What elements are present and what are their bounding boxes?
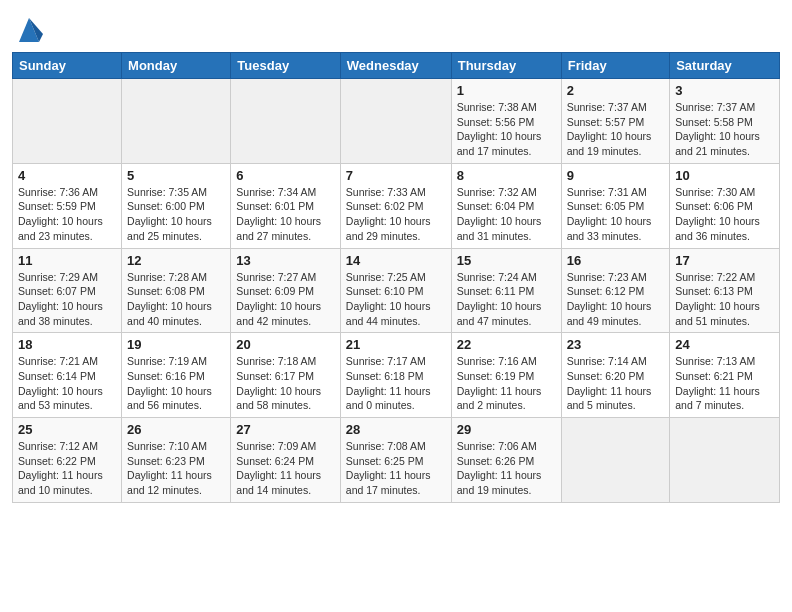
calendar-cell: 4Sunrise: 7:36 AM Sunset: 5:59 PM Daylig… <box>13 163 122 248</box>
calendar-cell: 6Sunrise: 7:34 AM Sunset: 6:01 PM Daylig… <box>231 163 340 248</box>
day-info: Sunrise: 7:35 AM Sunset: 6:00 PM Dayligh… <box>127 185 225 244</box>
calendar-table: SundayMondayTuesdayWednesdayThursdayFrid… <box>12 52 780 503</box>
day-info: Sunrise: 7:17 AM Sunset: 6:18 PM Dayligh… <box>346 354 446 413</box>
calendar-day-header: Friday <box>561 53 670 79</box>
calendar-cell <box>231 79 340 164</box>
calendar-cell: 21Sunrise: 7:17 AM Sunset: 6:18 PM Dayli… <box>340 333 451 418</box>
day-info: Sunrise: 7:31 AM Sunset: 6:05 PM Dayligh… <box>567 185 665 244</box>
day-number: 10 <box>675 168 774 183</box>
day-number: 14 <box>346 253 446 268</box>
day-number: 16 <box>567 253 665 268</box>
calendar-week-row: 4Sunrise: 7:36 AM Sunset: 5:59 PM Daylig… <box>13 163 780 248</box>
calendar-cell: 10Sunrise: 7:30 AM Sunset: 6:06 PM Dayli… <box>670 163 780 248</box>
calendar-cell: 19Sunrise: 7:19 AM Sunset: 6:16 PM Dayli… <box>122 333 231 418</box>
day-info: Sunrise: 7:19 AM Sunset: 6:16 PM Dayligh… <box>127 354 225 413</box>
calendar-cell: 13Sunrise: 7:27 AM Sunset: 6:09 PM Dayli… <box>231 248 340 333</box>
day-number: 17 <box>675 253 774 268</box>
calendar-cell: 29Sunrise: 7:06 AM Sunset: 6:26 PM Dayli… <box>451 418 561 503</box>
calendar-cell: 25Sunrise: 7:12 AM Sunset: 6:22 PM Dayli… <box>13 418 122 503</box>
calendar-cell: 20Sunrise: 7:18 AM Sunset: 6:17 PM Dayli… <box>231 333 340 418</box>
calendar-cell: 28Sunrise: 7:08 AM Sunset: 6:25 PM Dayli… <box>340 418 451 503</box>
calendar-cell: 15Sunrise: 7:24 AM Sunset: 6:11 PM Dayli… <box>451 248 561 333</box>
day-info: Sunrise: 7:10 AM Sunset: 6:23 PM Dayligh… <box>127 439 225 498</box>
day-number: 28 <box>346 422 446 437</box>
day-number: 26 <box>127 422 225 437</box>
calendar-cell: 23Sunrise: 7:14 AM Sunset: 6:20 PM Dayli… <box>561 333 670 418</box>
calendar-week-row: 25Sunrise: 7:12 AM Sunset: 6:22 PM Dayli… <box>13 418 780 503</box>
calendar-cell <box>122 79 231 164</box>
calendar-cell: 22Sunrise: 7:16 AM Sunset: 6:19 PM Dayli… <box>451 333 561 418</box>
day-info: Sunrise: 7:28 AM Sunset: 6:08 PM Dayligh… <box>127 270 225 329</box>
calendar-cell: 14Sunrise: 7:25 AM Sunset: 6:10 PM Dayli… <box>340 248 451 333</box>
day-info: Sunrise: 7:24 AM Sunset: 6:11 PM Dayligh… <box>457 270 556 329</box>
calendar-cell: 9Sunrise: 7:31 AM Sunset: 6:05 PM Daylig… <box>561 163 670 248</box>
day-info: Sunrise: 7:38 AM Sunset: 5:56 PM Dayligh… <box>457 100 556 159</box>
calendar-week-row: 1Sunrise: 7:38 AM Sunset: 5:56 PM Daylig… <box>13 79 780 164</box>
day-number: 29 <box>457 422 556 437</box>
day-number: 15 <box>457 253 556 268</box>
day-number: 27 <box>236 422 334 437</box>
day-info: Sunrise: 7:30 AM Sunset: 6:06 PM Dayligh… <box>675 185 774 244</box>
day-info: Sunrise: 7:32 AM Sunset: 6:04 PM Dayligh… <box>457 185 556 244</box>
calendar-cell: 3Sunrise: 7:37 AM Sunset: 5:58 PM Daylig… <box>670 79 780 164</box>
day-info: Sunrise: 7:37 AM Sunset: 5:58 PM Dayligh… <box>675 100 774 159</box>
day-number: 12 <box>127 253 225 268</box>
calendar-day-header: Wednesday <box>340 53 451 79</box>
calendar-cell <box>340 79 451 164</box>
day-info: Sunrise: 7:27 AM Sunset: 6:09 PM Dayligh… <box>236 270 334 329</box>
day-number: 11 <box>18 253 116 268</box>
day-number: 3 <box>675 83 774 98</box>
day-number: 19 <box>127 337 225 352</box>
day-info: Sunrise: 7:13 AM Sunset: 6:21 PM Dayligh… <box>675 354 774 413</box>
calendar-cell: 18Sunrise: 7:21 AM Sunset: 6:14 PM Dayli… <box>13 333 122 418</box>
day-info: Sunrise: 7:09 AM Sunset: 6:24 PM Dayligh… <box>236 439 334 498</box>
day-info: Sunrise: 7:33 AM Sunset: 6:02 PM Dayligh… <box>346 185 446 244</box>
day-number: 22 <box>457 337 556 352</box>
day-info: Sunrise: 7:34 AM Sunset: 6:01 PM Dayligh… <box>236 185 334 244</box>
calendar-cell <box>13 79 122 164</box>
calendar-cell: 27Sunrise: 7:09 AM Sunset: 6:24 PM Dayli… <box>231 418 340 503</box>
calendar-day-header: Thursday <box>451 53 561 79</box>
day-number: 1 <box>457 83 556 98</box>
day-info: Sunrise: 7:08 AM Sunset: 6:25 PM Dayligh… <box>346 439 446 498</box>
calendar-cell: 16Sunrise: 7:23 AM Sunset: 6:12 PM Dayli… <box>561 248 670 333</box>
logo-icon <box>15 14 43 46</box>
calendar-cell: 11Sunrise: 7:29 AM Sunset: 6:07 PM Dayli… <box>13 248 122 333</box>
calendar-cell: 24Sunrise: 7:13 AM Sunset: 6:21 PM Dayli… <box>670 333 780 418</box>
day-number: 25 <box>18 422 116 437</box>
day-info: Sunrise: 7:22 AM Sunset: 6:13 PM Dayligh… <box>675 270 774 329</box>
day-number: 13 <box>236 253 334 268</box>
day-info: Sunrise: 7:37 AM Sunset: 5:57 PM Dayligh… <box>567 100 665 159</box>
day-number: 21 <box>346 337 446 352</box>
day-number: 9 <box>567 168 665 183</box>
calendar-cell: 17Sunrise: 7:22 AM Sunset: 6:13 PM Dayli… <box>670 248 780 333</box>
day-number: 5 <box>127 168 225 183</box>
calendar-cell: 5Sunrise: 7:35 AM Sunset: 6:00 PM Daylig… <box>122 163 231 248</box>
day-info: Sunrise: 7:25 AM Sunset: 6:10 PM Dayligh… <box>346 270 446 329</box>
day-number: 8 <box>457 168 556 183</box>
day-info: Sunrise: 7:12 AM Sunset: 6:22 PM Dayligh… <box>18 439 116 498</box>
day-number: 2 <box>567 83 665 98</box>
day-info: Sunrise: 7:29 AM Sunset: 6:07 PM Dayligh… <box>18 270 116 329</box>
day-number: 4 <box>18 168 116 183</box>
calendar-week-row: 18Sunrise: 7:21 AM Sunset: 6:14 PM Dayli… <box>13 333 780 418</box>
day-number: 23 <box>567 337 665 352</box>
calendar-day-header: Monday <box>122 53 231 79</box>
calendar-day-header: Saturday <box>670 53 780 79</box>
calendar-cell: 12Sunrise: 7:28 AM Sunset: 6:08 PM Dayli… <box>122 248 231 333</box>
day-number: 18 <box>18 337 116 352</box>
day-info: Sunrise: 7:36 AM Sunset: 5:59 PM Dayligh… <box>18 185 116 244</box>
day-info: Sunrise: 7:21 AM Sunset: 6:14 PM Dayligh… <box>18 354 116 413</box>
calendar-cell <box>561 418 670 503</box>
header <box>12 10 780 46</box>
day-number: 20 <box>236 337 334 352</box>
calendar-cell: 7Sunrise: 7:33 AM Sunset: 6:02 PM Daylig… <box>340 163 451 248</box>
calendar-cell: 1Sunrise: 7:38 AM Sunset: 5:56 PM Daylig… <box>451 79 561 164</box>
day-info: Sunrise: 7:23 AM Sunset: 6:12 PM Dayligh… <box>567 270 665 329</box>
day-number: 24 <box>675 337 774 352</box>
day-info: Sunrise: 7:18 AM Sunset: 6:17 PM Dayligh… <box>236 354 334 413</box>
day-info: Sunrise: 7:14 AM Sunset: 6:20 PM Dayligh… <box>567 354 665 413</box>
calendar-week-row: 11Sunrise: 7:29 AM Sunset: 6:07 PM Dayli… <box>13 248 780 333</box>
logo-area <box>12 10 43 46</box>
calendar-day-header: Tuesday <box>231 53 340 79</box>
